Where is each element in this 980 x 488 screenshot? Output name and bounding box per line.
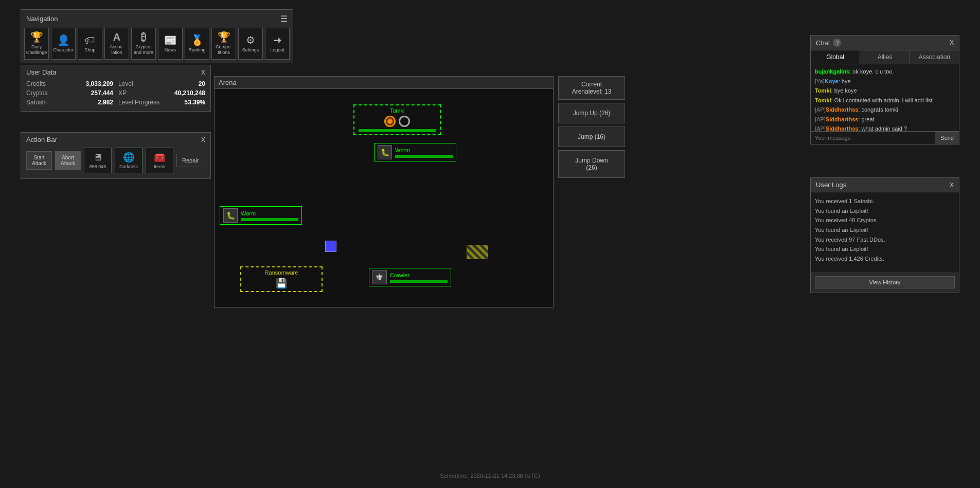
item-858046-count: 858,046 [90, 164, 106, 169]
chat-send-button[interactable]: Send [935, 132, 959, 144]
darknets-box[interactable]: 🌐 Darknets [115, 148, 142, 173]
xp-value: 40,210,248 [174, 89, 205, 97]
worm-mid-info: Worm [395, 147, 453, 158]
nav-buttons: 🏆 Daily Challenge 👤 Character 🏷 Shop A A… [24, 28, 290, 60]
chat-tab-allies[interactable]: Allies [860, 50, 910, 64]
hazard-stripes [467, 245, 488, 259]
current-arena-level: CurrentArenalevel: 13 [558, 76, 625, 100]
chat-message: [AP]Siddharthss: great [815, 115, 955, 124]
crawler-hp-bar [390, 280, 448, 283]
credits-row: Credits 3,033,209 [26, 80, 113, 87]
chat-prefix: [Ya] [815, 78, 825, 84]
chat-prefix: [AP] [815, 106, 826, 113]
chat-prefix: [AP] [815, 116, 826, 122]
nav-ranking[interactable]: 🏅 Ranking [185, 28, 209, 60]
item-858046-box[interactable]: 🖥 858,046 [84, 148, 112, 173]
nav-settings[interactable]: ⚙ Settings [238, 28, 263, 60]
jump-up-button[interactable]: Jump Up (26) [558, 103, 625, 123]
nav-cryptos[interactable]: ₿ Cryptosand more [131, 28, 156, 60]
nav-character-label: Character [53, 47, 74, 53]
nav-news[interactable]: 📰 News [158, 28, 183, 60]
entity-crawler[interactable]: 🕷 Crawler [369, 268, 451, 286]
chat-message-text: : ok koye. c u too. [849, 68, 894, 75]
darknets-icon: 🌐 [123, 152, 134, 163]
action-bar-close-button[interactable]: X [201, 136, 205, 143]
navigation-panel: Navigation ☰ 🏆 Daily Challenge 👤 Charact… [21, 9, 293, 63]
satoshi-label: Satoshi [26, 99, 47, 106]
hamburger-icon[interactable]: ☰ [280, 14, 288, 24]
nav-character[interactable]: 👤 Character [51, 28, 76, 60]
worm-left-name: Worm [241, 210, 298, 216]
user-data-close-button[interactable]: X [201, 69, 205, 76]
nav-cryptos-label: Cryptosand more [134, 44, 153, 56]
nav-daily-challenge[interactable]: 🏆 Daily Challenge [24, 28, 49, 60]
cryptos-row: Cryptos 257,444 [26, 89, 113, 97]
chat-tab-global[interactable]: Global [811, 50, 860, 64]
chat-help-icon[interactable]: ? [833, 39, 841, 47]
abort-attack-button[interactable]: AbortAttack [55, 151, 81, 170]
current-arena-label: CurrentArenalevel: 13 [572, 81, 612, 95]
user-logs-title: User Logs [816, 181, 846, 189]
crawler-info: Crawler [390, 272, 448, 283]
entity-tomki[interactable]: Tomki [353, 104, 441, 135]
chat-sender-name: Siddharthss [826, 125, 859, 131]
arena-controls: CurrentArenalevel: 13 Jump Up (26) Jump … [558, 76, 625, 178]
entity-worm-mid[interactable]: 🐛 Worm [374, 143, 456, 161]
view-history-button[interactable]: View History [815, 276, 955, 288]
crawler-name: Crawler [390, 272, 448, 278]
level-progress-value: 53.39% [184, 99, 205, 106]
user-logs-panel: User Logs X You received 1 Satoshi.You f… [810, 177, 959, 293]
chat-close-button[interactable]: X [950, 39, 954, 46]
chat-panel: Chat ? X Global Allies Association bujan… [810, 35, 959, 144]
entity-worm-left[interactable]: 🐛 Worm [220, 206, 302, 225]
server-time: Servertime: 2020-11-21 14:23:00 (UTC) [440, 473, 540, 479]
jump-button[interactable]: Jump (16) [558, 126, 625, 147]
entity-ransomware[interactable]: Ransomware 💾 [240, 266, 323, 292]
crawler-icon: 🕷 [372, 270, 387, 284]
chat-message: [AP]Siddharthss: congrats tomki [815, 105, 955, 114]
item-858046-icon: 🖥 [93, 152, 102, 163]
chat-message-text: : great [858, 116, 874, 122]
action-bar-panel: Action Bar X StartAttack AbortAttack 🖥 8… [21, 132, 211, 179]
nav-association-label: Assoc-iation [110, 44, 124, 56]
nav-competitions[interactable]: 🏆 Compe-titions [211, 28, 236, 60]
repair-button[interactable]: Repair [176, 154, 204, 167]
ranking-icon: 🏅 [191, 35, 204, 45]
start-attack-button[interactable]: StartAttack [26, 151, 52, 170]
nav-ranking-label: Ranking [188, 47, 205, 53]
chat-prefix: [AP] [815, 125, 826, 131]
log-entry: You received 97 Fast DDos. [815, 235, 955, 245]
nav-logout[interactable]: ➜ Logout [265, 28, 290, 60]
chat-input[interactable] [811, 132, 935, 144]
chat-sender-name: Siddharthss [826, 116, 859, 122]
items-icon: 🧰 [154, 152, 165, 163]
chat-tab-association[interactable]: Association [910, 50, 959, 64]
chat-message-text: : bye koye [831, 87, 857, 94]
jump-down-button[interactable]: Jump Down(26) [558, 150, 625, 178]
character-icon: 👤 [57, 35, 70, 45]
satoshi-row: Satoshi 2,982 [26, 99, 113, 106]
blue-item[interactable] [325, 241, 336, 252]
user-logs-close-button[interactable]: X [950, 182, 954, 189]
log-entry: You received 40 Cryptos. [815, 215, 955, 225]
repair-label: Repair [182, 157, 199, 164]
tomki-name: Tomki [359, 107, 436, 114]
tomki-circle-white [399, 116, 410, 127]
ransomware-name: Ransomware [245, 269, 317, 276]
nav-daily-challenge-label: Daily Challenge [25, 44, 48, 56]
news-icon: 📰 [164, 35, 177, 45]
action-bar-title: Action Bar [26, 136, 57, 143]
cryptos-label: Cryptos [26, 89, 47, 97]
worm-mid-name: Worm [395, 147, 453, 153]
server-time-text: Servertime: 2020-11-21 14:23:00 (UTC) [440, 473, 540, 479]
items-box[interactable]: 🧰 Items [146, 148, 173, 173]
nav-title: Navigation [26, 15, 58, 23]
nav-association[interactable]: A Assoc-iation [104, 28, 129, 60]
tomki-circles [359, 116, 436, 127]
chat-sender-name: Tomki [815, 97, 831, 103]
nav-shop[interactable]: 🏷 Shop [78, 28, 102, 60]
chat-message: Tomki: Ok i contacted with admin, i will… [815, 96, 955, 105]
level-row: Level 20 [118, 80, 205, 87]
nav-logout-label: Logout [270, 47, 284, 53]
chat-title: Chat [816, 39, 830, 47]
